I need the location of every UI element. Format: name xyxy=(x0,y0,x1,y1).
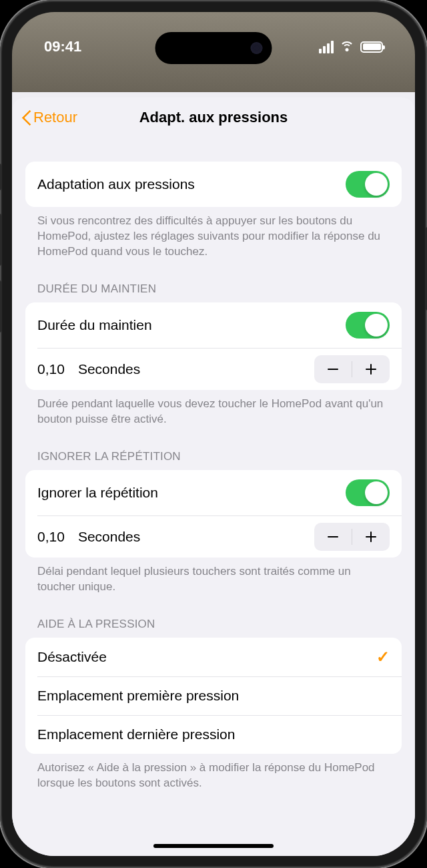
nav-bar: Retour Adapt. aux pressions xyxy=(12,97,415,138)
checkmark-icon: ✓ xyxy=(376,648,390,666)
option-label: Désactivée xyxy=(37,649,107,665)
front-camera xyxy=(251,42,263,54)
settings-sheet: Retour Adapt. aux pressions Adaptation a… xyxy=(12,97,415,856)
group-main: Adaptation aux pressions Si vous rencont… xyxy=(25,162,402,260)
group-footer: Si vous rencontrez des difficultés à app… xyxy=(25,207,402,260)
volume-up xyxy=(0,214,1,266)
group-footer: Autorisez « Aide à la pression » à modif… xyxy=(25,754,402,791)
chevron-left-icon xyxy=(21,108,32,127)
battery-icon xyxy=(360,41,383,53)
ignore-unit: Secondes xyxy=(78,529,140,545)
svg-rect-2 xyxy=(370,364,372,375)
svg-rect-3 xyxy=(328,536,338,537)
group-header: IGNORER LA RÉPÉTITION xyxy=(25,450,402,470)
stepper-plus-button[interactable] xyxy=(352,523,390,551)
option-label: Emplacement dernière pression xyxy=(37,726,235,742)
row-label: Durée du maintien xyxy=(37,317,152,333)
back-button[interactable]: Retour xyxy=(21,108,77,127)
dynamic-island xyxy=(155,32,272,64)
iphone-frame: 09:41 Retour Adapt. aux pressions xyxy=(0,0,427,868)
hold-unit: Secondes xyxy=(78,361,140,377)
status-time: 09:41 xyxy=(44,38,81,55)
svg-rect-5 xyxy=(370,531,372,542)
row-label: Adaptation aux pressions xyxy=(37,176,195,192)
group-footer: Durée pendant laquelle vous devez touche… xyxy=(25,390,402,427)
option-off[interactable]: Désactivée ✓ xyxy=(25,638,402,676)
hold-value: 0,10 xyxy=(37,361,65,377)
toggle-ignore-repeat[interactable] xyxy=(346,479,390,506)
screen: 09:41 Retour Adapt. aux pressions xyxy=(12,12,415,856)
volume-down xyxy=(0,280,1,333)
group-footer: Délai pendant lequel plusieurs touchers … xyxy=(25,558,402,595)
toggle-touch-accommodations[interactable] xyxy=(346,171,390,198)
stepper-plus-button[interactable] xyxy=(352,355,390,383)
group-header: AIDE À LA PRESSION xyxy=(25,618,402,638)
row-ignore-value: 0,10 Secondes xyxy=(37,515,402,558)
group-ignore-repeat: IGNORER LA RÉPÉTITION Ignorer la répétit… xyxy=(25,450,402,595)
row-hold-value: 0,10 Secondes xyxy=(37,348,402,390)
stepper-minus-button[interactable] xyxy=(314,355,352,383)
group-hold-duration: DURÉE DU MAINTIEN Durée du maintien 0,10… xyxy=(25,282,402,427)
stepper-hold xyxy=(314,355,390,383)
stepper-ignore xyxy=(314,523,390,551)
option-initial-touch[interactable]: Emplacement première pression xyxy=(37,676,402,715)
wifi-icon xyxy=(339,41,355,53)
row-touch-accommodations[interactable]: Adaptation aux pressions xyxy=(25,162,402,207)
back-label: Retour xyxy=(33,109,77,126)
row-hold-duration[interactable]: Durée du maintien xyxy=(25,302,402,348)
row-label: Ignorer la répétition xyxy=(37,485,158,501)
group-tap-assistance: AIDE À LA PRESSION Désactivée ✓ Emplacem… xyxy=(25,618,402,791)
group-header: DURÉE DU MAINTIEN xyxy=(25,282,402,302)
ring-switch xyxy=(0,164,1,190)
option-label: Emplacement première pression xyxy=(37,688,239,704)
row-ignore-repeat[interactable]: Ignorer la répétition xyxy=(25,470,402,515)
cellular-icon xyxy=(319,41,334,53)
svg-rect-0 xyxy=(328,369,338,370)
home-indicator[interactable] xyxy=(153,844,274,848)
stepper-minus-button[interactable] xyxy=(314,523,352,551)
ignore-value: 0,10 xyxy=(37,529,65,545)
option-final-touch[interactable]: Emplacement dernière pression xyxy=(37,715,402,754)
toggle-hold-duration[interactable] xyxy=(346,312,390,339)
